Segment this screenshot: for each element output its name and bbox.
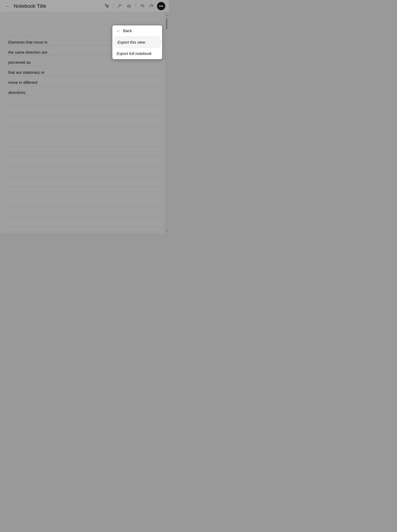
back-menu-icon: ←	[117, 29, 121, 33]
back-button[interactable]: ←	[4, 2, 12, 10]
text-line-1: Elements that move in the same direction…	[8, 37, 54, 67]
notebook-content: Elements that move in the same direction…	[8, 37, 54, 98]
export-view-menu-item[interactable]: Export this view	[114, 37, 161, 47]
header-left: ← Notebook Title	[4, 2, 46, 10]
export-notebook-menu-item[interactable]: Export full notebook	[112, 48, 162, 59]
header-right: •••	[103, 2, 165, 10]
pen-tool-button[interactable]	[116, 2, 124, 10]
page-title: Notebook Title	[14, 3, 46, 9]
scrollbar-track	[165, 12, 169, 233]
more-button[interactable]: •••	[157, 2, 165, 10]
back-menu-item[interactable]: ← Back	[112, 25, 162, 37]
rule-line	[4, 186, 165, 187]
rule-line	[4, 166, 165, 166]
export-view-label: Export this view	[118, 40, 145, 45]
export-notebook-label: Export full notebook	[117, 51, 151, 56]
redo-button[interactable]	[148, 2, 155, 10]
divider-2	[136, 3, 136, 9]
main-container: Elements that move in the same direction…	[0, 12, 169, 233]
rule-line	[4, 126, 165, 126]
rule-line	[4, 196, 165, 197]
page-area: Elements that move in the same direction…	[0, 12, 169, 233]
more-icon: •••	[159, 4, 163, 8]
divider-1	[113, 3, 113, 9]
header: ← Notebook Title	[0, 0, 169, 12]
back-menu-label: Back	[123, 29, 132, 33]
scroll-up-button[interactable]	[165, 13, 169, 17]
scroll-down-button[interactable]	[165, 228, 169, 233]
rule-line	[4, 156, 165, 156]
scroll-thumb[interactable]	[166, 19, 167, 30]
dropdown-menu: ← Back Export this view Export full note…	[112, 25, 162, 59]
rule-line	[4, 226, 165, 227]
rule-line	[4, 116, 165, 116]
undo-button[interactable]	[138, 2, 146, 10]
rule-line	[4, 176, 165, 177]
selection-tool-button[interactable]	[103, 2, 111, 10]
text-line-2: that are stationary or move in different…	[8, 67, 54, 98]
eraser-tool-button[interactable]	[125, 2, 133, 10]
rule-line	[4, 106, 165, 106]
